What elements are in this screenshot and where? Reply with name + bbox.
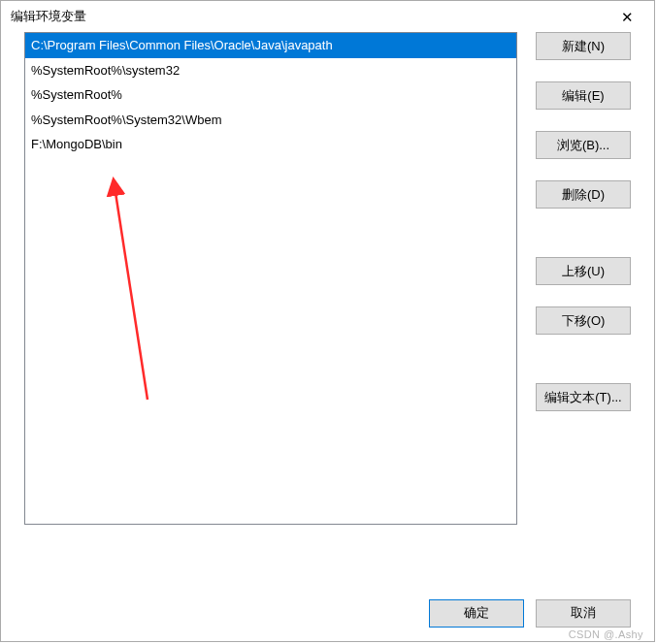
list-item[interactable]: %SystemRoot%	[25, 82, 516, 108]
close-icon: ✕	[621, 10, 634, 24]
dialog-window: 编辑环境变量 ✕ C:\Program Files\Common Files\O…	[0, 0, 655, 642]
move-up-button[interactable]: 上移(U)	[536, 257, 631, 285]
env-path-list[interactable]: C:\Program Files\Common Files\Oracle\Jav…	[24, 32, 517, 525]
edit-button[interactable]: 编辑(E)	[536, 81, 631, 110]
list-item[interactable]: %SystemRoot%\system32	[25, 58, 516, 83]
window-title: 编辑环境变量	[11, 9, 86, 25]
dialog-button-bar: 确定 取消	[1, 585, 654, 641]
close-button[interactable]: ✕	[608, 3, 646, 30]
list-item[interactable]: C:\Program Files\Common Files\Oracle\Jav…	[25, 33, 516, 58]
ok-button[interactable]: 确定	[429, 599, 524, 628]
browse-button[interactable]: 浏览(B)...	[536, 131, 631, 159]
delete-button[interactable]: 删除(D)	[536, 180, 631, 209]
env-list-container: C:\Program Files\Common Files\Oracle\Jav…	[24, 32, 517, 525]
list-item[interactable]: %SystemRoot%\System32\Wbem	[25, 108, 516, 133]
move-down-button[interactable]: 下移(O)	[536, 306, 631, 335]
action-button-column: 新建(N) 编辑(E) 浏览(B)... 删除(D) 上移(U) 下移(O) 编…	[536, 32, 631, 411]
edit-text-button[interactable]: 编辑文本(T)...	[536, 383, 631, 411]
cancel-button[interactable]: 取消	[536, 599, 631, 628]
list-item[interactable]: F:\MongoDB\bin	[25, 132, 516, 157]
titlebar: 编辑环境变量 ✕	[1, 1, 654, 32]
new-button[interactable]: 新建(N)	[536, 32, 631, 60]
